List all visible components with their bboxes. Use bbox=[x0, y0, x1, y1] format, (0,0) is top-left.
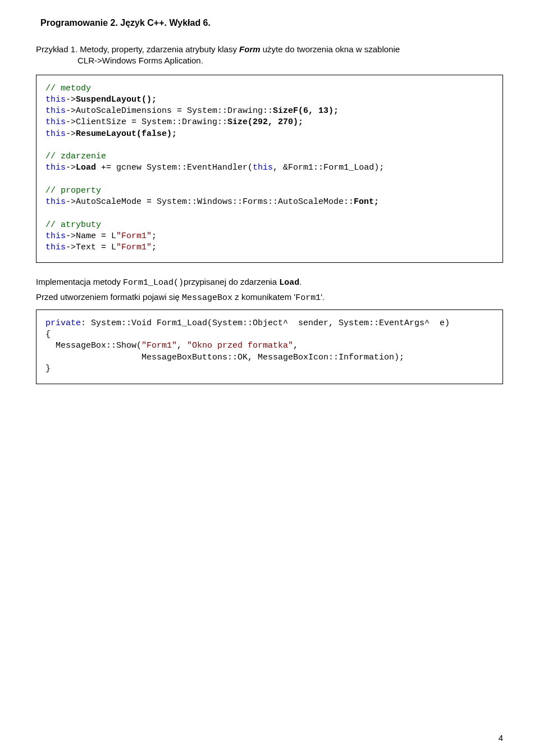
code-text: } bbox=[45, 364, 51, 374]
intro-suffix: użyte do tworzenia okna w szablonie bbox=[261, 44, 400, 54]
code-text: ; bbox=[152, 231, 157, 241]
code-bold: ResumeLayout(false); bbox=[76, 129, 177, 139]
string-literal: "Form1" bbox=[116, 231, 152, 241]
code-text: MessageBox::Show( bbox=[45, 341, 141, 350]
string-literal: "Form1" bbox=[141, 341, 177, 350]
code-text: -> bbox=[66, 129, 76, 139]
kw-this: this bbox=[45, 231, 66, 241]
kw-this: this bbox=[253, 163, 273, 172]
para-mono: Form1_Load() bbox=[123, 278, 184, 288]
code-text: -> bbox=[66, 163, 76, 172]
para-text: z komunikatem ' bbox=[232, 292, 295, 302]
intro-line-2: CLR->Windows Forms Aplication. bbox=[77, 55, 503, 66]
comment-zdarzenie: // zdarzenie bbox=[45, 152, 106, 161]
para-text: '. bbox=[321, 292, 325, 302]
para-text: . bbox=[299, 277, 302, 286]
code-text: ->AutoScaleDimensions = System::Drawing:… bbox=[66, 106, 273, 116]
page-header: Programowanie 2. Język C++. Wykład 6. bbox=[40, 18, 503, 28]
para-mono: MessageBox bbox=[182, 293, 232, 303]
page: Programowanie 2. Język C++. Wykład 6. Pr… bbox=[0, 0, 539, 756]
code-text: ; bbox=[152, 243, 157, 252]
kw-this: this bbox=[45, 197, 66, 207]
para-mono-bold: Load bbox=[279, 278, 299, 288]
code-text: ->Name = L bbox=[66, 231, 116, 241]
para-mono: Form1 bbox=[295, 293, 321, 303]
intro-paragraph: Przykład 1. Metody, property, zdarzenia … bbox=[36, 44, 503, 67]
comment-atrybuty: // atrybuty bbox=[45, 220, 101, 230]
code-text: { bbox=[45, 330, 51, 339]
kw-this: this bbox=[45, 163, 66, 172]
kw-this: this bbox=[45, 106, 66, 116]
code-bold: SizeF(6, 13); bbox=[273, 106, 339, 116]
intro-line-1: Przykład 1. Metody, property, zdarzenia … bbox=[36, 44, 503, 55]
code-text: += gcnew System::EventHandler( bbox=[96, 163, 253, 172]
string-literal: "Form1" bbox=[116, 243, 152, 252]
para-text: przypisanej do zdarzenia bbox=[184, 277, 279, 286]
para-text: Przed utworzeniem formatki pojawi się bbox=[36, 292, 182, 302]
code-text: ->AutoScaleMode = System::Windows::Forms… bbox=[66, 197, 354, 207]
code-bold: Size(292, 270); bbox=[227, 117, 303, 127]
code-text: , bbox=[177, 341, 187, 350]
code-bold: SuspendLayout(); bbox=[76, 95, 157, 104]
para-text: Implementacja metody bbox=[36, 277, 123, 286]
kw-this: this bbox=[45, 117, 66, 127]
comment-property: // property bbox=[45, 186, 101, 195]
code-text: , &Form1::Form1_Load); bbox=[273, 163, 384, 172]
code-bold: Load bbox=[76, 163, 96, 172]
paragraph-2: Przed utworzeniem formatki pojawi się Me… bbox=[36, 292, 503, 304]
kw-this: this bbox=[45, 243, 66, 252]
kw-private: private bbox=[45, 318, 81, 328]
comment-metody: // metody bbox=[45, 84, 91, 93]
code-text: MessageBoxButtons::OK, MessageBoxIcon::I… bbox=[45, 353, 404, 362]
code-text: , bbox=[293, 341, 298, 350]
code-text: : System::Void Form1_Load(System::Object… bbox=[81, 318, 450, 328]
code-block-2: private: System::Void Form1_Load(System:… bbox=[36, 309, 503, 384]
kw-this: this bbox=[45, 95, 66, 104]
code-block-1: // metody this->SuspendLayout(); this->A… bbox=[36, 75, 503, 263]
code-text: ->Text = L bbox=[66, 243, 116, 252]
intro-form: Form bbox=[239, 44, 261, 54]
code-bold: Font; bbox=[354, 197, 379, 207]
code-text: ->ClientSize = System::Drawing:: bbox=[66, 117, 227, 127]
intro-prefix: Przykład 1. Metody, property, zdarzenia … bbox=[36, 44, 239, 54]
kw-this: this bbox=[45, 129, 66, 139]
code-text: -> bbox=[66, 95, 76, 104]
page-number: 4 bbox=[499, 733, 503, 743]
string-literal: "Okno przed formatka" bbox=[187, 341, 293, 350]
paragraph-1: Implementacja metody Form1_Load()przypis… bbox=[36, 276, 503, 289]
